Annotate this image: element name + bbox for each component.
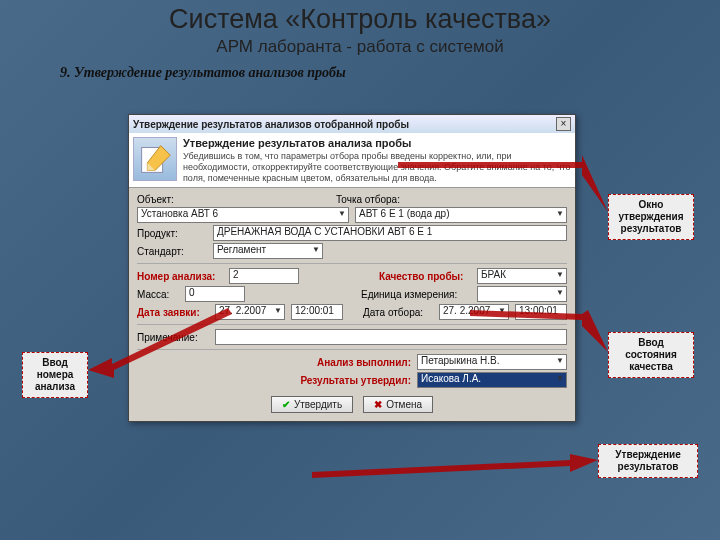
arrow-approve xyxy=(312,454,598,478)
date-sample-date[interactable]: 27. 2.2007 xyxy=(439,304,509,320)
quality-select[interactable]: БРАК xyxy=(477,268,567,284)
header-desc: Убедившись в том, что параметры отбора п… xyxy=(183,151,571,183)
cancel-button[interactable]: ✖ Отмена xyxy=(363,396,433,413)
point-label: Точка отбора: xyxy=(336,194,444,205)
standard-select[interactable]: Регламент xyxy=(213,243,323,259)
x-icon: ✖ xyxy=(374,399,382,410)
header-title: Утверждение результатов анализа пробы xyxy=(183,137,571,149)
callout-analysis-num: Ввод номера анализа xyxy=(22,352,88,398)
approved-label: Результаты утвердил: xyxy=(293,375,411,386)
object-label: Объект: xyxy=(137,194,207,205)
mass-label: Масса: xyxy=(137,289,179,300)
product-select[interactable]: ДРЕНАЖНАЯ ВОДА С УСТАНОВКИ АВТ 6 Е 1 xyxy=(213,225,567,241)
check-icon: ✔ xyxy=(282,399,290,410)
date-request-label: Дата заявки: xyxy=(137,307,209,318)
slide-title: Система «Контроль качества» xyxy=(0,0,720,35)
close-icon[interactable]: × xyxy=(556,117,571,131)
approve-button[interactable]: ✔ Утвердить xyxy=(271,396,353,413)
approve-button-label: Утвердить xyxy=(294,399,342,410)
analysis-num-input[interactable]: 2 xyxy=(229,268,299,284)
titlebar: Утверждение результатов анализов отобран… xyxy=(129,115,575,133)
unit-label: Единица измерения: xyxy=(361,289,471,300)
date-sample-time[interactable]: 13:00:01 xyxy=(515,304,567,320)
callout-quality: Ввод состояния качества xyxy=(608,332,694,378)
approved-select[interactable]: Исакова Л.А. xyxy=(417,372,567,388)
standard-label: Стандарт: xyxy=(137,246,207,257)
window-title: Утверждение результатов анализов отобран… xyxy=(133,119,409,130)
date-request-date[interactable]: 27. 2.2007 xyxy=(215,304,285,320)
slide-step: 9. Утверждение результатов анализов проб… xyxy=(60,65,720,81)
mass-input[interactable]: 0 xyxy=(185,286,245,302)
quality-label: Качество пробы: xyxy=(379,271,471,282)
cancel-button-label: Отмена xyxy=(386,399,422,410)
slide-subtitle: АРМ лаборанта - работа с системой xyxy=(0,37,720,57)
dialog-body: Объект: Точка отбора: Установка АВТ 6 АВ… xyxy=(129,188,575,421)
unit-select[interactable] xyxy=(477,286,567,302)
callout-approve: Утверждение результатов xyxy=(598,444,698,478)
note-input[interactable] xyxy=(215,329,567,345)
performed-select[interactable]: Петарыкина Н.В. xyxy=(417,354,567,370)
performed-label: Анализ выполнил: xyxy=(307,357,411,368)
dialog-window: Утверждение результатов анализов отобран… xyxy=(128,114,576,422)
callout-window: Окно утверждения результатов xyxy=(608,194,694,240)
edit-icon xyxy=(133,137,177,181)
object-select[interactable]: Установка АВТ 6 xyxy=(137,207,349,223)
point-select[interactable]: АВТ 6 Е 1 (вода др) xyxy=(355,207,567,223)
header-band: Утверждение результатов анализа пробы Уб… xyxy=(129,133,575,188)
date-sample-label: Дата отбора: xyxy=(363,307,433,318)
note-label: Примечание: xyxy=(137,332,209,343)
product-label: Продукт: xyxy=(137,228,207,239)
date-request-time[interactable]: 12:00:01 xyxy=(291,304,343,320)
analysis-num-label: Номер анализа: xyxy=(137,271,223,282)
